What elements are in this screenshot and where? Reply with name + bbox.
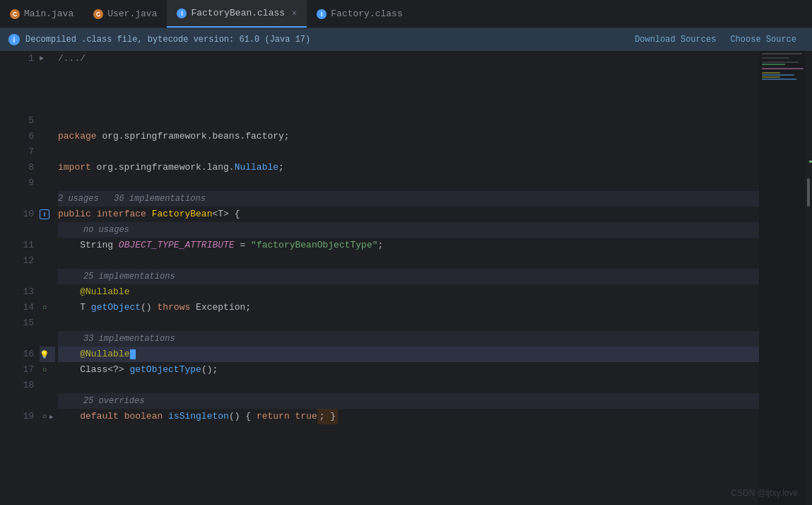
tab-factory-class[interactable]: I Factory.class — [307, 0, 412, 28]
bulb-gutter-icon[interactable]: 💡 — [40, 349, 49, 359]
class-factorybean: FactoryBean — [152, 207, 213, 222]
line-num-10: 10 — [0, 207, 40, 222]
semi-11: ; — [378, 238, 384, 253]
type-param: <T> { — [212, 207, 240, 222]
paren-14: () — [141, 300, 157, 315]
keyword-public-10: public — [58, 207, 91, 222]
value-true: true — [295, 409, 317, 424]
code-line-e2 — [58, 66, 759, 82]
keyword-throws: throws — [157, 300, 190, 315]
gutter-e2 — [40, 66, 55, 82]
code-line-1: /.../ — [58, 51, 759, 66]
minimap-line-12 — [762, 76, 780, 78]
minimap-line-10 — [762, 72, 780, 74]
equals-11: = — [235, 238, 251, 253]
tab-factorybean-class[interactable]: I FactoryBean.class ✕ — [167, 0, 307, 28]
choose-source-button[interactable]: Choose Source — [723, 35, 804, 45]
code-line-19: default boolean isSingleton() { return t… — [58, 409, 759, 424]
tab-close-factorybean[interactable]: ✕ — [292, 8, 297, 18]
line-num-19: 19 — [0, 409, 40, 424]
gutter-5 — [40, 113, 55, 129]
gutter-16: 💡 — [40, 347, 55, 362]
space-19b — [163, 409, 168, 424]
gutter: ▶ I ○ 💡 ○ ○ ▶ — [40, 51, 55, 505]
gutter-15 — [40, 315, 55, 331]
minimap-line-3 — [762, 57, 789, 59]
code-line-17: Class<?> getObjectType(); — [58, 362, 759, 378]
string-value: "factoryBeanObjectType" — [251, 238, 377, 253]
line-num-7: 7 — [0, 144, 40, 160]
gutter-7 — [40, 144, 55, 160]
scrollbar-track — [805, 51, 812, 505]
keyword-import: import — [58, 160, 91, 175]
tab-icon-factory-class: I — [317, 9, 326, 19]
code-line-9 — [58, 175, 759, 191]
line-num-11: 11 — [0, 238, 40, 253]
tab-label-factory-class: Factory.class — [331, 8, 402, 19]
hint-33impl-text: 33 implementations — [83, 331, 175, 347]
minimap-area — [759, 51, 812, 505]
download-sources-button[interactable]: Download Sources — [628, 35, 723, 45]
indicator-green-1 — [809, 161, 812, 163]
tab-icon-main-java: C — [10, 9, 20, 19]
paren-19: () { — [229, 409, 257, 424]
fold-arrow-icon[interactable]: ▶ — [40, 54, 44, 62]
gutter-11 — [40, 238, 55, 253]
tab-main-java[interactable]: C Main.java — [0, 0, 83, 28]
code-line-7 — [58, 144, 759, 160]
override-gutter-icon-19[interactable]: ○ — [40, 412, 49, 422]
tab-label-main-java: Main.java — [24, 8, 73, 19]
gutter-e3 — [40, 82, 55, 98]
gutter-9 — [40, 175, 55, 191]
type-t: T — [80, 300, 86, 315]
override-gutter-icon-17[interactable]: ○ — [40, 365, 49, 375]
code-line-e4 — [58, 98, 759, 113]
line-num-14: 14 — [0, 300, 40, 315]
space-11 — [113, 238, 119, 253]
minimap-line-7 — [762, 66, 802, 67]
line-num-hint4 — [0, 331, 40, 347]
semi-14: ; — [245, 300, 251, 315]
keyword-return: return — [257, 409, 290, 424]
tab-bar: C Main.java C User.java I FactoryBean.cl… — [0, 0, 812, 28]
minimap — [759, 51, 805, 505]
line-num-16: 16 — [0, 347, 40, 362]
code-line-8: import org.springframework.lang.Nullable… — [58, 160, 759, 175]
scroll-thumb[interactable] — [807, 178, 810, 207]
indent-14 — [58, 300, 80, 315]
tab-icon-user-java: C — [93, 9, 103, 19]
interface-gutter-icon[interactable]: I — [40, 209, 49, 219]
code-line-16: @Nullable — [58, 347, 759, 362]
info-bar: i Decompiled .class file, bytecode versi… — [0, 28, 812, 51]
decompiled-message: Decompiled .class file, bytecode version… — [25, 35, 310, 45]
tab-user-java[interactable]: C User.java — [83, 0, 167, 28]
hint-line-25overrides: 25 overrides — [58, 393, 759, 409]
override-gutter-icon-14[interactable]: ○ — [40, 303, 49, 313]
line-num-18: 18 — [0, 378, 40, 393]
info-icon: i — [8, 34, 20, 45]
gutter-18 — [40, 378, 55, 393]
gutter-6 — [40, 129, 55, 144]
gutter-hint3 — [40, 269, 55, 284]
gutter-19: ○ ▶ — [40, 409, 55, 424]
code-line-e3 — [58, 82, 759, 98]
line-num-6: 6 — [0, 129, 40, 144]
hint-25impl-text: 25 implementations — [83, 269, 175, 284]
hint-nousages-text: no usages — [83, 222, 129, 238]
hint-line-33impl: 33 implementations — [58, 331, 759, 347]
minimap-line-8 — [762, 68, 804, 69]
method-getobject: getObject — [91, 300, 141, 315]
minimap-line-2 — [762, 55, 802, 57]
gutter-hint2 — [40, 222, 55, 238]
line-num-9: 9 — [0, 175, 40, 191]
space-10b — [146, 207, 152, 222]
minimap-line-11 — [762, 74, 794, 76]
line-num-empty-4 — [0, 98, 40, 113]
gutter-12 — [40, 253, 55, 269]
gutter-e4 — [40, 98, 55, 113]
minimap-line-13 — [762, 79, 796, 80]
hint-line-25impl: 25 implementations — [58, 269, 759, 284]
line-num-5: 5 — [0, 113, 40, 129]
line-numbers: 1 5 6 7 8 9 10 11 12 13 14 15 16 17 18 1… — [0, 51, 40, 505]
paren-17: (); — [201, 362, 218, 378]
